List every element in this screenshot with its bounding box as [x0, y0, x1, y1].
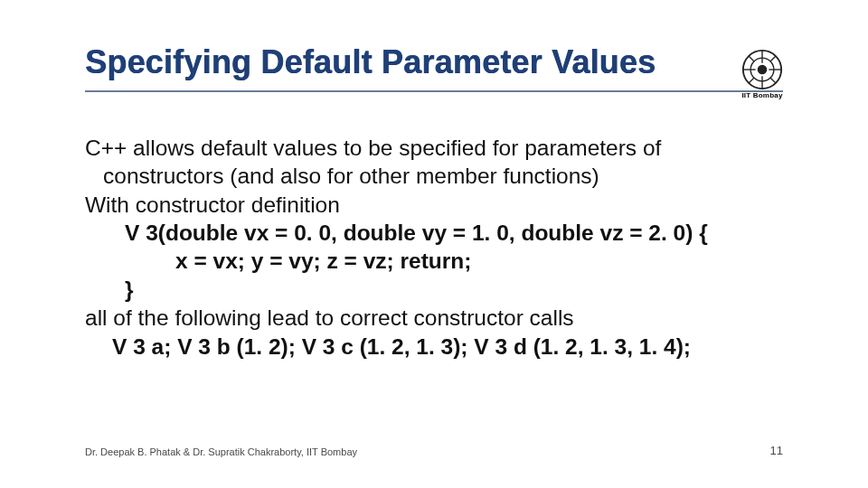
body-line-2: constructors (and also for other member …	[85, 162, 783, 190]
svg-line-9	[770, 56, 776, 61]
code-line-1: V 3(double vx = 0. 0, double vy = 1. 0, …	[85, 219, 783, 247]
page-number: 11	[770, 444, 783, 457]
svg-line-10	[749, 78, 754, 83]
code-line-2: x = vx; y = vy; z = vz; return;	[85, 247, 783, 275]
title-underline	[85, 90, 783, 92]
svg-point-2	[758, 65, 766, 73]
institution-logo-block: IIT Bombay	[741, 49, 783, 99]
slide-body: C++ allows default values to be specifie…	[85, 134, 783, 361]
body-line-4: all of the following lead to correct con…	[85, 304, 783, 332]
example-calls: V 3 a; V 3 b (1. 2); V 3 c (1. 2, 1. 3);…	[85, 333, 783, 361]
iit-bombay-logo-icon	[741, 49, 783, 90]
logo-caption: IIT Bombay	[741, 91, 783, 99]
svg-line-7	[749, 56, 754, 61]
body-line-1: C++ allows default values to be specifie…	[85, 134, 783, 162]
body-line-3: With constructor definition	[85, 191, 783, 219]
header: Specifying Default Parameter Values	[85, 43, 783, 92]
footer-authors: Dr. Deepak B. Phatak & Dr. Supratik Chak…	[85, 446, 357, 457]
svg-line-8	[770, 78, 776, 83]
slide-title: Specifying Default Parameter Values	[85, 43, 783, 85]
slide: Specifying Default Parameter Values	[0, 0, 868, 488]
code-line-3: }	[85, 276, 783, 304]
